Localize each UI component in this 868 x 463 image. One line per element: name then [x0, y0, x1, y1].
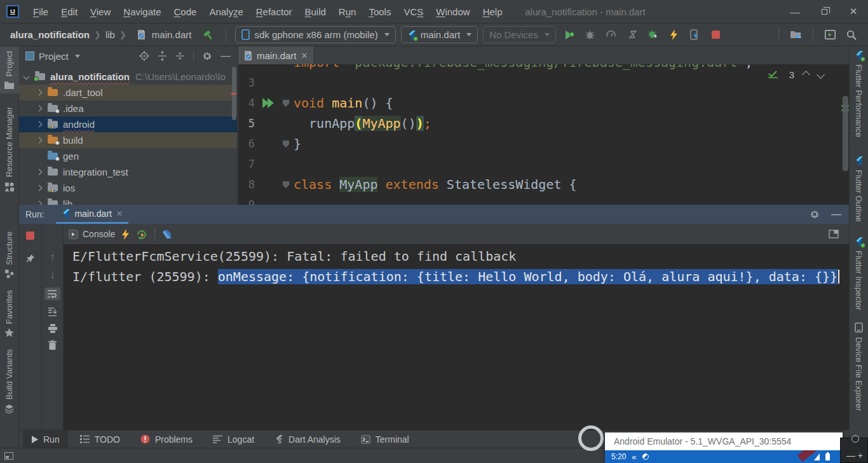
scroll-to-end-button[interactable]	[48, 307, 57, 317]
restore-button[interactable]	[810, 0, 839, 23]
hot-restart-button[interactable]	[136, 229, 147, 240]
tree-row-.idea[interactable]: .idea	[19, 100, 238, 116]
pin-tab-button[interactable]	[25, 254, 35, 263]
line-number[interactable]: 7	[238, 154, 255, 174]
code-line[interactable]: 8class MyApp extends StatelessWidget {	[238, 174, 849, 195]
tree-row-gen[interactable]: gen	[19, 148, 238, 164]
line-number[interactable]: 8	[238, 174, 255, 195]
hide-panel-button[interactable]: —	[220, 50, 231, 62]
locate-file-button[interactable]	[139, 51, 149, 61]
chevron-right-icon[interactable]	[36, 106, 43, 112]
tool-window-switcher-icon[interactable]	[4, 452, 13, 460]
tool-window-button-terminal[interactable]: Terminal	[353, 431, 417, 448]
chevron-right-icon[interactable]	[36, 137, 43, 144]
attach-debugger-button[interactable]	[644, 27, 661, 43]
line-number[interactable]: 4	[238, 93, 255, 113]
close-tab-icon[interactable]: ✕	[301, 51, 308, 60]
next-occurrence-button[interactable]: ↓	[50, 270, 55, 280]
console-output[interactable]: E/FlutterFcmService(25599): Fatal: faile…	[64, 244, 849, 430]
stripe-item-flutter-inspector[interactable]: Flutter Inspector	[850, 233, 868, 315]
tree-row-ios[interactable]: ios	[19, 180, 238, 196]
next-problem-icon[interactable]	[817, 71, 825, 79]
device-selector-dropdown[interactable]: sdk gphone x86 arm (mobile)	[235, 26, 395, 43]
target-device-dropdown[interactable]: No Devices	[483, 26, 556, 43]
clear-all-button[interactable]	[48, 340, 57, 350]
editor-tab-main-dart[interactable]: main.dart ✕	[238, 46, 313, 64]
stop-button[interactable]	[707, 27, 724, 43]
code-line[interactable]: 9	[238, 195, 849, 205]
hot-reload-button[interactable]	[665, 27, 682, 43]
run-tab-main-dart[interactable]: main.dart ✕	[56, 205, 128, 224]
stripe-item-flutter-performance[interactable]: Flutter Performance	[850, 46, 868, 142]
code-line[interactable]: 5 runApp(MyApp());	[238, 113, 849, 134]
stripe-item-project[interactable]: Project	[0, 46, 19, 93]
line-number[interactable]: 6	[238, 134, 255, 154]
emulator-title-bar[interactable]: Android Emulator - 5.1_WVGA_API_30:5554	[605, 432, 843, 450]
settings-gear-icon[interactable]	[810, 209, 820, 219]
stripe-item-favorites[interactable]: Favorites	[0, 286, 19, 342]
menu-item-refactor[interactable]: Refactor	[250, 1, 299, 23]
chevron-down-icon[interactable]	[75, 55, 80, 58]
code-line[interactable]: 3	[238, 73, 849, 93]
volume-up-button[interactable]: +	[858, 450, 863, 460]
menu-item-file[interactable]: File	[27, 1, 55, 23]
breadcrumb-file[interactable]: main.dart	[152, 29, 192, 40]
menu-item-view[interactable]: View	[84, 1, 117, 23]
prev-problem-icon[interactable]	[802, 71, 810, 79]
chevron-right-icon[interactable]	[36, 185, 43, 191]
line-number[interactable]: 9	[238, 195, 255, 205]
tool-window-button-problems[interactable]: Problems	[132, 431, 201, 448]
menu-item-navigate[interactable]: Navigate	[117, 1, 167, 23]
code-line[interactable]: 4void main() {	[238, 93, 849, 113]
tree-row-alura_notification[interactable]: alura_notificationC:\Users\Leonardo\lo	[19, 69, 238, 85]
editor-body[interactable]: import 'package:firebase_messaging/fireb…	[238, 64, 849, 205]
menu-item-code[interactable]: Code	[168, 1, 203, 23]
tool-window-button-dart-analysis[interactable]: Dart Analysis	[266, 431, 349, 448]
settings-gear-icon[interactable]	[202, 51, 212, 61]
line-number[interactable]: 5	[238, 113, 255, 134]
tree-row-lib[interactable]: lib	[19, 196, 238, 205]
inspections-widget[interactable]: 3	[768, 69, 824, 80]
tool-window-button-run[interactable]: Run	[23, 431, 68, 448]
menu-item-edit[interactable]: Edit	[55, 1, 84, 23]
chevron-right-icon[interactable]	[36, 90, 43, 96]
soft-wrap-button[interactable]	[44, 287, 60, 300]
expand-all-button[interactable]	[158, 51, 167, 61]
hot-restart-button[interactable]	[686, 27, 703, 43]
tree-row-.dart_tool[interactable]: .dart_tool	[19, 85, 238, 100]
run-button[interactable]	[560, 27, 578, 43]
menu-item-window[interactable]: Window	[430, 1, 476, 23]
chevron-right-icon[interactable]	[36, 121, 43, 128]
code-line[interactable]: 7	[238, 154, 849, 174]
menu-item-help[interactable]: Help	[477, 1, 509, 23]
tree-row-integration_test[interactable]: integration_test	[19, 164, 238, 180]
device-manager-button[interactable]	[787, 27, 804, 43]
hot-reload-button[interactable]	[122, 229, 129, 240]
prev-occurrence-button[interactable]: ↑	[50, 252, 55, 263]
menu-item-tools[interactable]: Tools	[362, 1, 397, 23]
minimize-button[interactable]: —	[780, 0, 810, 23]
volume-down-button[interactable]: —	[846, 450, 855, 460]
project-panel-title[interactable]: Project	[39, 51, 69, 62]
open-devtools-button[interactable]	[162, 230, 172, 239]
tree-row-build[interactable]: build	[19, 132, 238, 148]
close-button[interactable]: ✕	[839, 0, 868, 23]
hide-panel-button[interactable]: —	[831, 209, 841, 220]
chevron-down-icon[interactable]	[24, 74, 30, 80]
print-button[interactable]	[48, 324, 58, 333]
stripe-item-device-file-explorer[interactable]: Device File Explorer	[850, 318, 868, 415]
breadcrumb-lib[interactable]: lib	[105, 29, 115, 40]
menu-item-analyze[interactable]: Analyze	[203, 1, 249, 23]
android-emulator-window[interactable]: Android Emulator - 5.1_WVGA_API_30:5554 …	[605, 432, 843, 463]
menu-item-run[interactable]: Run	[332, 1, 363, 23]
console-layout-button[interactable]	[829, 230, 839, 238]
line-number[interactable]: 3	[238, 73, 255, 93]
editor-scrollbar[interactable]	[841, 64, 849, 205]
run-line-icon[interactable]	[262, 98, 276, 108]
menu-item-vcs[interactable]: VCS	[397, 1, 430, 23]
search-everywhere-button[interactable]	[843, 27, 860, 43]
stripe-item-build-variants[interactable]: Build Variants	[0, 345, 19, 417]
menu-item-build[interactable]: Build	[298, 1, 332, 23]
chevron-right-icon[interactable]	[36, 169, 43, 176]
collapse-all-button[interactable]	[175, 51, 185, 61]
